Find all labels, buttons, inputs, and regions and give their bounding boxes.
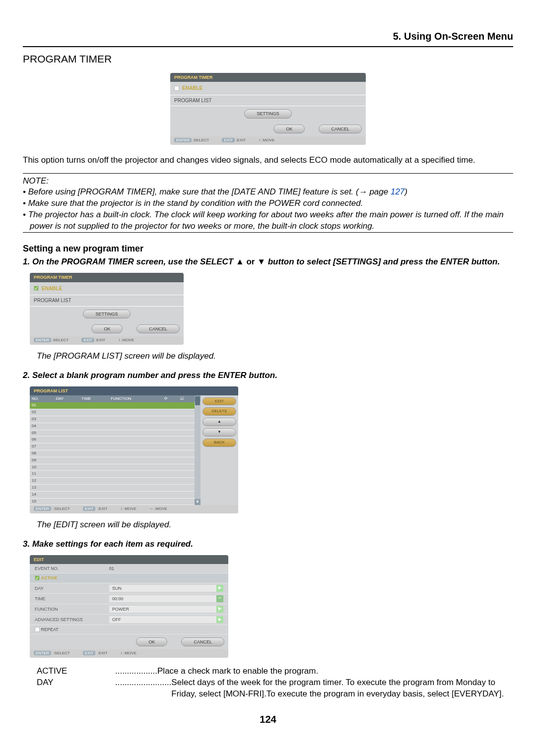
program-list-label: PROGRAM LIST xyxy=(170,95,366,107)
time-row: TIME00:00↵ xyxy=(30,594,228,604)
enable-checkbox-checked[interactable] xyxy=(34,286,39,291)
program-table: NO.DAYTIMEFUNCTION⟳☑ 01 02 03 04 05 06 0… xyxy=(30,395,195,505)
step-2: 2. Select a blank program number and pre… xyxy=(23,370,513,381)
table-row[interactable]: 05 xyxy=(30,430,195,437)
table-row[interactable]: 08 xyxy=(30,450,195,457)
definition-row: ACTIVE .................. Place a check … xyxy=(37,666,513,677)
table-row[interactable]: 10 xyxy=(30,464,195,471)
dialog-footer: ENTER :SELECT EXIT :EXIT ↕ :MOVE xyxy=(30,649,228,658)
page-link[interactable]: 127 xyxy=(391,187,404,196)
ok-button[interactable]: OK xyxy=(273,125,305,133)
active-row: ACTIVE xyxy=(30,573,228,583)
repeat-checkbox[interactable] xyxy=(35,627,40,632)
enable-row: ENABLE xyxy=(170,82,366,95)
sub-heading: Setting a new program timer xyxy=(23,243,513,254)
edit-icon[interactable]: ↵ xyxy=(216,595,223,602)
note-rule-top xyxy=(23,173,513,174)
up-button[interactable]: ▲ xyxy=(202,418,236,426)
step-3: 3. Make settings for each item as requir… xyxy=(23,539,513,550)
move-key: ↕ xyxy=(259,138,261,142)
ok-button[interactable]: OK xyxy=(136,637,167,646)
program-timer-dialog-disabled: PROGRAM TIMER ENABLE PROGRAM LIST SETTIN… xyxy=(170,73,366,144)
cancel-button[interactable]: CANCEL xyxy=(181,637,224,646)
day-value[interactable]: SUN xyxy=(109,585,216,592)
table-row[interactable]: 09 xyxy=(30,457,195,464)
step-1: 1. On the PROGRAM TIMER screen, use the … xyxy=(23,256,513,268)
dialog-titlebar: PROGRAM TIMER xyxy=(30,273,184,282)
scroll-down-icon[interactable]: ▼ xyxy=(195,499,201,505)
body-text: This option turns on/off the projector a… xyxy=(23,155,513,166)
note-item: The projector has a built-in clock. The … xyxy=(23,209,513,232)
list-left: NO.DAYTIMEFUNCTION⟳☑ 01 02 03 04 05 06 0… xyxy=(30,395,195,505)
back-button[interactable]: BACK xyxy=(202,439,236,447)
table-header: NO.DAYTIMEFUNCTION⟳☑ xyxy=(30,395,195,403)
table-row[interactable]: 14 xyxy=(30,491,195,498)
program-list-dialog: PROGRAM LIST NO.DAYTIMEFUNCTION⟳☑ 01 02 … xyxy=(30,386,238,514)
dialog-footer: ENTER:SELECT EXIT:EXIT ↕ :MOVE xyxy=(30,336,184,345)
table-row[interactable]: 02 xyxy=(30,409,195,416)
down-button[interactable]: ▼ xyxy=(202,428,236,437)
result-text-1: The [PROGRAM LIST] screen will be displa… xyxy=(37,351,513,362)
edit-dialog: EDIT EVENT NO.01 ACTIVE DAYSUN▶ TIME00:0… xyxy=(30,555,228,658)
day-row: DAYSUN▶ xyxy=(30,583,228,594)
dropdown-icon[interactable]: ▶ xyxy=(216,585,223,592)
page-number: 124 xyxy=(23,713,513,726)
dropdown-icon[interactable]: ▶ xyxy=(216,606,223,613)
function-row: FUNCTIONPOWER▶ xyxy=(30,604,228,615)
table-row[interactable]: 04 xyxy=(30,423,195,430)
enable-checkbox[interactable] xyxy=(174,86,179,91)
table-row[interactable]: 06 xyxy=(30,437,195,443)
scrollbar[interactable]: ▲ ▼ xyxy=(195,395,201,505)
scroll-thumb[interactable] xyxy=(195,396,200,405)
advanced-row: ADVANCED SETTINGSOFF▶ xyxy=(30,615,228,625)
exit-key: EXIT xyxy=(222,138,235,142)
arrow-icons: ▲ or ▼ xyxy=(236,257,266,266)
repeat-label: REPEAT xyxy=(41,627,59,632)
dialog-titlebar: PROGRAM LIST xyxy=(30,386,238,395)
table-row[interactable]: 11 xyxy=(30,471,195,478)
enable-label: ENABLE xyxy=(42,285,62,292)
program-list-label: PROGRAM LIST xyxy=(30,295,184,307)
program-timer-dialog-enabled: PROGRAM TIMER ENABLE PROGRAM LIST SETTIN… xyxy=(30,273,184,344)
function-value[interactable]: POWER xyxy=(109,606,216,613)
note-item: Before using [PROGRAM TIMER], make sure … xyxy=(23,187,513,198)
cancel-button[interactable]: CANCEL xyxy=(319,125,362,133)
enable-label: ENABLE xyxy=(182,85,202,92)
definitions-list: ACTIVE .................. Place a check … xyxy=(37,666,513,700)
time-value[interactable]: 00:00 xyxy=(109,595,216,602)
table-row[interactable]: 13 xyxy=(30,485,195,492)
edit-button[interactable]: EDIT xyxy=(202,397,236,406)
dialog-titlebar: PROGRAM TIMER xyxy=(170,73,366,82)
dropdown-icon[interactable]: ▶ xyxy=(216,616,223,623)
enter-key: ENTER xyxy=(174,138,192,142)
table-row[interactable]: 07 xyxy=(30,443,195,450)
settings-row: SETTINGS xyxy=(170,106,366,121)
ok-button[interactable]: OK xyxy=(91,324,123,333)
repeat-row: REPEAT xyxy=(30,625,228,634)
dialog-footer: ENTER :SELECT EXIT :EXIT ↕ :MOVE ↔ :MOVE xyxy=(30,505,238,513)
result-text-2: The [EDIT] screen will be displayed. xyxy=(37,519,513,531)
note-label: NOTE: xyxy=(23,176,513,187)
note-block: NOTE: Before using [PROGRAM TIMER], make… xyxy=(23,173,513,233)
active-checkbox[interactable] xyxy=(35,575,40,580)
table-row[interactable]: 12 xyxy=(30,478,195,485)
confirm-row: OK CANCEL xyxy=(170,122,366,136)
chapter-rule xyxy=(23,46,513,47)
settings-button[interactable]: SETTINGS xyxy=(83,310,130,318)
active-label: ACTIVE xyxy=(41,575,58,581)
note-rule-bottom xyxy=(23,232,513,233)
settings-button[interactable]: SETTINGS xyxy=(244,109,291,118)
note-item: Make sure that the projector is in the s… xyxy=(23,198,513,209)
definition-row: DAY........................ Select days … xyxy=(37,677,513,700)
chapter-heading: 5. Using On-Screen Menu xyxy=(23,30,513,43)
delete-button[interactable]: DELETE xyxy=(202,407,236,416)
advanced-value[interactable]: OFF xyxy=(109,616,216,623)
section-title: PROGRAM TIMER xyxy=(23,52,513,66)
table-row-selected[interactable]: 01 xyxy=(30,402,195,409)
table-row[interactable]: 15 xyxy=(30,498,195,505)
list-buttons: EDIT DELETE ▲ ▼ BACK xyxy=(201,395,238,505)
dialog-footer: ENTER:SELECT EXIT:EXIT ↕ :MOVE xyxy=(170,136,366,145)
cancel-button[interactable]: CANCEL xyxy=(136,324,180,333)
dialog-titlebar: EDIT xyxy=(30,555,228,564)
table-row[interactable]: 03 xyxy=(30,416,195,423)
